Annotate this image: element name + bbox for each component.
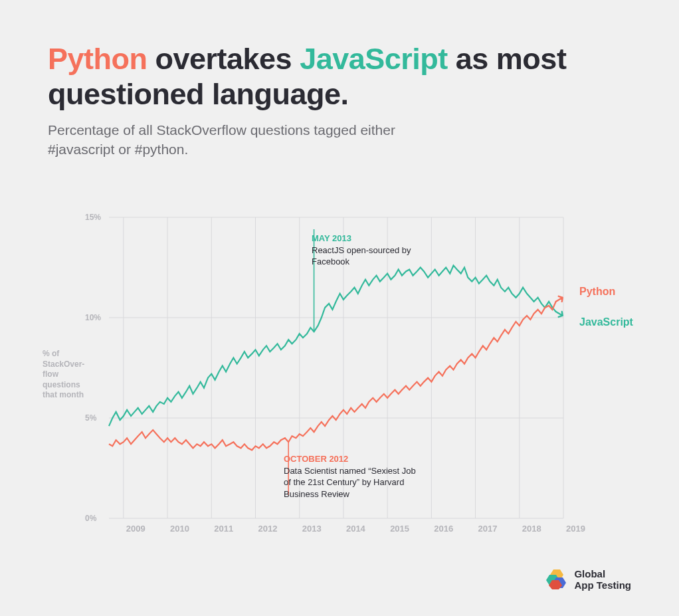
x-tick: 2012 [258, 524, 277, 534]
chart-container: % of StackOver-flow questions that month… [43, 193, 627, 552]
series-label-python: Python [579, 286, 615, 298]
x-tick: 2014 [346, 524, 365, 534]
x-tick: 2019 [566, 524, 585, 534]
title-mid1: overtakes [147, 42, 300, 76]
brand-text: Global App Testing [574, 568, 631, 591]
brand-line1: Global [574, 568, 631, 579]
subtitle: Percentage of all StackOverflow question… [48, 121, 413, 159]
title-python: Python [48, 42, 147, 76]
x-tick: 2011 [214, 524, 233, 534]
annotation-may2013: MAY 2013 ReactJS open-sourced by Faceboo… [312, 233, 444, 268]
series-label-javascript: JavaScript [579, 316, 633, 328]
x-tick: 2017 [478, 524, 498, 534]
annotation-desc: Data Scientist named “Sexiest Job of the… [284, 465, 417, 500]
brand-logo: Global App Testing [545, 568, 631, 591]
brand-line2: App Testing [574, 579, 631, 591]
annotation-desc: ReactJS open-sourced by Facebook [312, 245, 444, 268]
page-title: Python overtakes JavaScript as most ques… [48, 41, 593, 112]
annotation-date: MAY 2013 [312, 233, 444, 245]
x-tick: 2009 [126, 524, 146, 534]
hexagon-icon [545, 568, 567, 591]
x-tick: 2013 [302, 524, 322, 534]
x-tick: 2018 [522, 524, 541, 534]
x-tick: 2015 [390, 524, 409, 534]
annotation-date: OCTOBER 2012 [284, 453, 417, 465]
title-js: JavaScript [300, 42, 448, 76]
annotation-oct2012: OCTOBER 2012 Data Scientist named “Sexie… [284, 453, 417, 500]
x-tick: 2010 [170, 524, 189, 534]
x-tick: 2016 [434, 524, 453, 534]
